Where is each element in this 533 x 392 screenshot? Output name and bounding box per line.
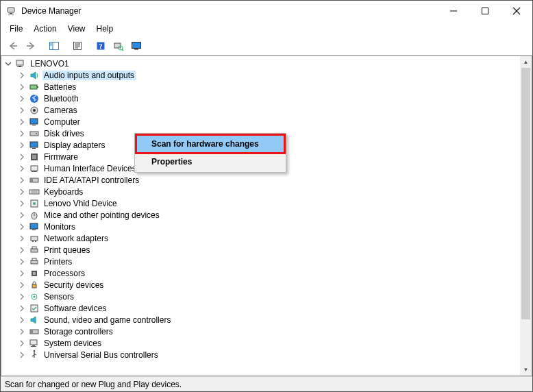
svg-point-32 <box>33 109 36 112</box>
device-category-icon <box>29 291 40 302</box>
svg-rect-40 <box>32 155 36 159</box>
tree-item-label: Computer <box>42 117 82 127</box>
chevron-right-icon[interactable] <box>18 351 26 359</box>
help-button[interactable]: ? <box>92 38 109 53</box>
tree-item[interactable]: System devices <box>4 337 520 349</box>
chevron-right-icon[interactable] <box>18 269 26 278</box>
tree-root[interactable]: LENOVO1 <box>4 58 520 69</box>
chevron-right-icon[interactable] <box>18 234 26 243</box>
chevron-down-icon[interactable] <box>4 60 12 68</box>
tree-item-label: Lenovo Vhid Device <box>42 199 119 208</box>
svg-rect-37 <box>30 142 38 147</box>
tree-item[interactable]: Mice and other pointing devices <box>4 209 520 221</box>
chevron-right-icon[interactable] <box>18 106 26 114</box>
chevron-right-icon[interactable] <box>18 188 26 196</box>
nav-back-button[interactable] <box>5 38 21 53</box>
chevron-right-icon[interactable] <box>18 293 26 301</box>
chevron-right-icon[interactable] <box>18 246 26 254</box>
tree-item-label: Printers <box>42 257 73 267</box>
context-properties[interactable]: Properties <box>136 153 284 171</box>
tree-item-label: Disk drives <box>42 129 86 138</box>
chevron-right-icon[interactable] <box>18 176 26 184</box>
svg-rect-13 <box>74 42 82 49</box>
device-category-icon <box>29 198 40 209</box>
tree-item-label: Monitors <box>42 222 77 232</box>
device-category-icon <box>29 221 40 232</box>
chevron-right-icon[interactable] <box>18 258 26 266</box>
chevron-right-icon[interactable] <box>18 199 26 208</box>
tree-item[interactable]: Monitors <box>4 221 520 232</box>
chevron-right-icon[interactable] <box>18 83 26 91</box>
maximize-button[interactable] <box>469 1 501 21</box>
tree-item[interactable]: Keyboards <box>4 186 520 197</box>
chevron-right-icon[interactable] <box>18 328 26 336</box>
tree-item[interactable]: Processors <box>4 267 520 279</box>
scroll-thumb[interactable] <box>521 68 530 319</box>
tree-item[interactable]: Computer <box>4 116 520 127</box>
chevron-right-icon[interactable] <box>18 95 26 103</box>
context-menu: Scan for hardware changes Properties <box>134 133 286 173</box>
chevron-right-icon[interactable] <box>18 211 26 219</box>
tree-item[interactable]: Print queues <box>4 244 520 256</box>
properties-button[interactable] <box>69 38 86 53</box>
tree-item[interactable]: Audio inputs and outputs <box>4 69 520 81</box>
svg-rect-2 <box>8 14 14 14</box>
chevron-right-icon[interactable] <box>18 316 26 324</box>
tree-item[interactable]: Sound, video and game controllers <box>4 314 520 326</box>
minimize-button[interactable] <box>438 1 469 21</box>
close-button[interactable] <box>501 1 532 21</box>
svg-rect-42 <box>32 171 37 172</box>
chevron-right-icon[interactable] <box>18 141 26 149</box>
device-category-icon <box>29 245 40 256</box>
show-hide-tree-button[interactable] <box>46 38 62 53</box>
menu-view[interactable]: View <box>63 23 90 35</box>
tree-item[interactable]: Lenovo Vhid Device <box>4 197 520 209</box>
scroll-track[interactable] <box>520 68 532 364</box>
tree-item[interactable]: Batteries <box>4 81 520 93</box>
menu-action[interactable]: Action <box>29 23 61 35</box>
tree-item[interactable]: Network adapters <box>4 232 520 244</box>
scan-hardware-button[interactable] <box>110 38 127 53</box>
vertical-scrollbar[interactable]: ▲ ▼ <box>520 56 532 376</box>
svg-rect-62 <box>33 272 36 275</box>
tree-item[interactable]: Universal Serial Bus controllers <box>4 349 520 360</box>
chevron-right-icon[interactable] <box>18 281 26 289</box>
tree-item[interactable]: Sensors <box>4 291 520 302</box>
scroll-down-button[interactable]: ▼ <box>520 364 532 376</box>
chevron-right-icon[interactable] <box>18 118 26 126</box>
tree-item[interactable]: Bluetooth <box>4 93 520 104</box>
svg-rect-69 <box>30 340 37 345</box>
tree-item[interactable]: Cameras <box>4 104 520 116</box>
svg-rect-26 <box>18 66 21 66</box>
svg-line-22 <box>122 49 123 51</box>
svg-rect-27 <box>17 66 23 67</box>
nav-forward-button[interactable] <box>23 38 39 53</box>
tree-item[interactable]: Storage controllers <box>4 326 520 337</box>
svg-rect-55 <box>32 241 34 242</box>
chevron-right-icon[interactable] <box>18 223 26 231</box>
menu-file[interactable]: File <box>5 23 27 35</box>
tree-item-label: Security devices <box>42 280 105 290</box>
device-tree[interactable]: LENOVO1 Audio inputs and outputsBatterie… <box>1 56 520 376</box>
tree-item[interactable]: Security devices <box>4 279 520 291</box>
context-scan-hardware[interactable]: Scan for hardware changes <box>136 135 284 153</box>
tree-item[interactable]: Printers <box>4 256 520 267</box>
computer-icon <box>15 58 26 69</box>
chevron-right-icon[interactable] <box>18 130 26 138</box>
chevron-right-icon[interactable] <box>18 339 26 347</box>
svg-rect-66 <box>31 305 38 312</box>
chevron-right-icon[interactable] <box>18 304 26 313</box>
chevron-right-icon[interactable] <box>18 153 26 161</box>
chevron-right-icon[interactable] <box>18 71 26 79</box>
menu-help[interactable]: Help <box>92 23 119 35</box>
tree-item[interactable]: IDE ATA/ATAPI controllers <box>4 174 520 186</box>
scroll-up-button[interactable]: ▲ <box>520 56 532 68</box>
monitor-button[interactable] <box>128 38 145 53</box>
tree-item[interactable]: Software devices <box>4 302 520 314</box>
tree-item-label: Sensors <box>42 292 75 302</box>
chevron-right-icon[interactable] <box>18 164 26 173</box>
status-text: Scan for changed or new Plug and Play de… <box>5 380 182 389</box>
svg-rect-70 <box>32 345 35 346</box>
svg-rect-57 <box>31 249 38 252</box>
svg-rect-44 <box>31 179 33 182</box>
